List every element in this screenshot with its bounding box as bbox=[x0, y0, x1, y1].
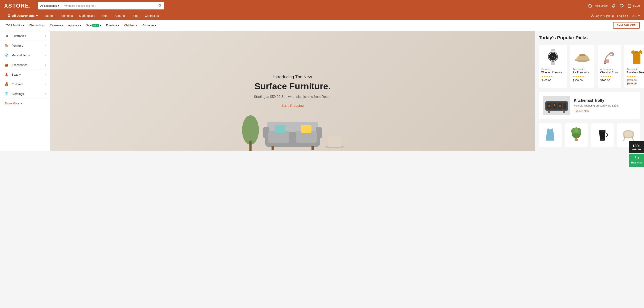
product-card-2[interactable]: Accessories Air Fryer with ... ★★★★★ $30… bbox=[570, 45, 594, 88]
heels-icon bbox=[602, 49, 617, 65]
svg-rect-16 bbox=[312, 146, 314, 150]
product-stars-4: ★★★★☆ bbox=[627, 75, 644, 78]
product-card-4[interactable]: Accessories Stainless Steel... ★★★★☆ $70… bbox=[624, 45, 644, 88]
product-name-4: Stainless Steel... bbox=[627, 71, 644, 74]
nav-shop[interactable]: Shop bbox=[98, 11, 111, 20]
nav-demos[interactable]: Demos bbox=[42, 11, 57, 20]
bottom-product-2[interactable] bbox=[565, 123, 588, 147]
dropdown-menu: 🖥 Electronics › 🪑 Furniture › 🩺 Medical … bbox=[0, 31, 50, 151]
main-content: 🖥 Electronics › 🪑 Furniture › 🩺 Medical … bbox=[0, 31, 644, 151]
chevron-down-icon: ▾ bbox=[58, 4, 59, 7]
wishlist-btn[interactable] bbox=[620, 4, 624, 8]
svg-point-39 bbox=[548, 105, 550, 107]
top-actions: Track Order $0.00 bbox=[588, 4, 640, 8]
svg-rect-47 bbox=[574, 139, 578, 141]
dress-icon bbox=[545, 127, 556, 142]
product-stars-3: ★★★★★ bbox=[600, 75, 618, 78]
track-order-btn[interactable]: Track Order bbox=[588, 4, 608, 8]
bottom-product-3[interactable] bbox=[591, 123, 614, 147]
chair-image bbox=[620, 126, 637, 143]
promo-image bbox=[543, 96, 570, 115]
hero-subtitle: Starting at $59.99 See what else is new … bbox=[254, 95, 331, 99]
dropdown-children[interactable]: 🧸 Children › bbox=[0, 79, 50, 89]
nav-elements[interactable]: Elements bbox=[58, 11, 76, 20]
promo-link[interactable]: Explore Now bbox=[574, 109, 589, 113]
float-websites-btn[interactable]: 130+ Websites bbox=[629, 141, 644, 151]
product-card-3[interactable]: Accessories Classical Chair ★★★★★ $905.0… bbox=[598, 45, 621, 88]
hero-cta-btn[interactable]: Start Shopping bbox=[282, 104, 304, 107]
dropdown-accessories[interactable]: 👜 Accessories › bbox=[0, 60, 50, 70]
product-name-3: Classical Chair bbox=[600, 71, 618, 74]
chevron-down-icon: ▾ bbox=[155, 24, 156, 27]
plant-icon bbox=[570, 127, 582, 142]
svg-point-30 bbox=[635, 51, 638, 53]
chevron-right-icon: › bbox=[45, 92, 46, 95]
search-input[interactable] bbox=[62, 2, 156, 9]
svg-rect-6 bbox=[250, 141, 252, 151]
cup-icon bbox=[597, 128, 608, 141]
chevron-right-icon: › bbox=[45, 34, 46, 37]
nav-marketplace[interactable]: Marketplace bbox=[76, 11, 98, 20]
beauty-icon: 💄 bbox=[4, 72, 8, 76]
sec-nav-tv[interactable]: TV & Monitor ▾ bbox=[4, 23, 26, 28]
hoodie-icon bbox=[630, 49, 644, 65]
product-card-1[interactable]: Groceries Wooden Classica... ★★★★★ $405.… bbox=[539, 45, 567, 88]
dropdown-beauty[interactable]: 💄 Beauty › bbox=[0, 70, 50, 79]
menu-icon: ☰ bbox=[8, 14, 10, 17]
medical-icon: 🩺 bbox=[4, 53, 8, 57]
sec-nav-furniture[interactable]: Furniture ▾ bbox=[104, 23, 121, 28]
electronics-icon: 🖥 bbox=[4, 34, 8, 38]
product-name-2: Air Fryer with ... bbox=[573, 71, 592, 74]
svg-rect-14 bbox=[301, 125, 312, 133]
watch-icon bbox=[546, 49, 559, 65]
dropdown-furniture[interactable]: 🪑 Furniture › bbox=[0, 41, 50, 50]
chevron-down-icon: ▾ bbox=[43, 24, 45, 27]
login-btn[interactable]: Log in / Sign up bbox=[591, 14, 614, 17]
cart-btn[interactable]: $0.00 bbox=[628, 4, 640, 8]
hero-title: Introducing The New Surface Furniture. bbox=[254, 74, 331, 92]
secondary-nav: TV & Monitor ▾ Electronics ▾ Cameras ▾ A… bbox=[0, 20, 644, 31]
svg-rect-18 bbox=[328, 136, 341, 147]
dropdown-medical[interactable]: 🩺 Medical Items › bbox=[0, 50, 50, 60]
sec-nav-electronics[interactable]: Electronics ▾ bbox=[27, 23, 47, 28]
sec-nav-apparels[interactable]: Apparels ▾ bbox=[66, 23, 83, 28]
product-image-3 bbox=[600, 47, 618, 66]
currency-select[interactable]: USD ▾ bbox=[632, 14, 640, 17]
svg-rect-15 bbox=[272, 146, 274, 150]
sec-nav-children[interactable]: Children ▾ bbox=[122, 23, 140, 28]
chevron-down-icon: ▾ bbox=[36, 14, 38, 17]
search-category-select[interactable]: All categories ▾ bbox=[38, 2, 62, 9]
dropdown-electronics[interactable]: 🖥 Electronics › bbox=[0, 31, 50, 41]
children-icon: 🧸 bbox=[4, 82, 8, 86]
promo-desc: Flexible financing on storewide $299. bbox=[574, 104, 619, 107]
show-more-btn[interactable]: Show More ▾ bbox=[0, 99, 50, 108]
svg-point-0 bbox=[158, 4, 160, 6]
language-select[interactable]: English ▾ bbox=[617, 14, 628, 17]
chevron-right-icon: › bbox=[45, 73, 46, 76]
nav-blog[interactable]: Blog bbox=[130, 11, 141, 20]
sec-nav-cameras[interactable]: Cameras ▾ bbox=[48, 23, 65, 28]
sec-nav-sale[interactable]: Sale SALE ▾ bbox=[84, 23, 103, 28]
sec-nav-groceries[interactable]: Groceries ▾ bbox=[140, 23, 158, 28]
svg-rect-20 bbox=[551, 62, 555, 65]
floating-buttons: 130+ Websites Buy Now bbox=[629, 141, 644, 151]
right-column: Today's Popular Picks G bbox=[535, 31, 644, 151]
svg-rect-19 bbox=[551, 49, 555, 51]
search-button[interactable] bbox=[156, 2, 164, 9]
sale-cta-button[interactable]: Sale! 30% OFF! bbox=[613, 22, 640, 28]
all-departments-btn[interactable]: ☰ All Departments ▾ bbox=[4, 11, 41, 20]
product-category-3: Accessories bbox=[600, 68, 618, 70]
nav-about[interactable]: About us bbox=[112, 11, 129, 20]
dropdown-clothings[interactable]: 👕 Clothings › bbox=[0, 89, 50, 99]
chevron-down-icon: ▾ bbox=[118, 24, 119, 27]
logo: XSTORE. bbox=[4, 2, 31, 9]
svg-point-48 bbox=[599, 130, 606, 132]
dress-image bbox=[541, 126, 559, 143]
bottom-product-1[interactable] bbox=[539, 123, 562, 147]
chevron-down-icon: ▾ bbox=[62, 24, 63, 27]
kitchenaid-icon bbox=[544, 97, 569, 114]
nav-contact[interactable]: Contact us bbox=[142, 11, 162, 20]
notifications-btn[interactable] bbox=[612, 4, 616, 8]
promo-text: Kitchenaid Trolly Flexible financing on … bbox=[574, 98, 619, 113]
chevron-down-icon: ▾ bbox=[100, 24, 101, 27]
